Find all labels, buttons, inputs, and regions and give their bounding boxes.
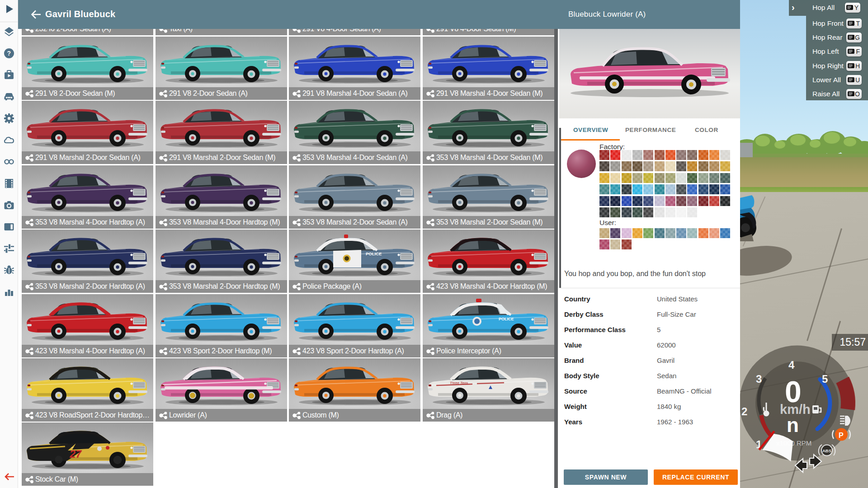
svg-text:P: P [839,432,844,439]
svg-text:POLICE: POLICE [499,317,514,321]
svg-text:2: 2 [741,405,747,418]
svg-text:5: 5 [822,373,828,385]
svg-text:?: ? [7,50,11,57]
svg-text:Three Tens: Three Tens [450,381,468,385]
svg-text:27: 27 [69,448,82,460]
svg-text:ABS: ABS [822,448,831,453]
svg-text:3: 3 [756,373,762,385]
svg-text:4: 4 [788,359,795,371]
svg-text:POLICE: POLICE [366,251,382,256]
svg-text:n: n [787,414,799,436]
